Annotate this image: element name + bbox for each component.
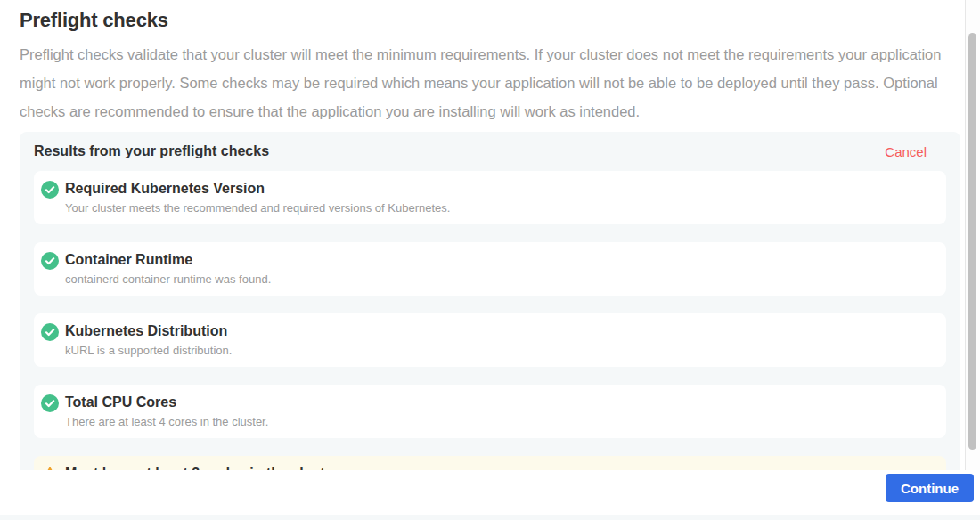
page-title: Preflight checks (20, 9, 965, 32)
scrollbar-thumb[interactable] (968, 33, 976, 450)
check-circle-icon (41, 323, 59, 341)
check-row: Container Runtime containerd container r… (34, 242, 946, 296)
check-description: containerd container runtime was found. (65, 272, 271, 287)
check-row: Required Kubernetes Version Your cluster… (34, 171, 946, 224)
panel-header: Results from your preflight checks Cance… (34, 142, 946, 160)
preflight-results-panel: Results from your preflight checks Cance… (20, 132, 960, 470)
check-description: Your cluster meets the recommended and r… (65, 201, 450, 215)
check-list: Required Kubernetes Version Your cluster… (34, 171, 946, 470)
check-circle-icon (41, 394, 59, 412)
check-row: Kubernetes Distribution kURL is a suppor… (34, 313, 946, 367)
check-title: Total CPU Cores (65, 393, 268, 411)
check-title: Required Kubernetes Version (65, 179, 450, 198)
preflight-scroll-area: Preflight checks Preflight checks valida… (0, 0, 965, 470)
check-title: Container Runtime (65, 250, 271, 269)
check-circle-icon (41, 252, 59, 270)
check-description: There are at least 4 cores in the cluste… (65, 415, 268, 429)
footer-bar: Continue (0, 470, 980, 515)
check-title: Must have at least 3 nodes in the cluste… (65, 464, 339, 470)
check-description: kURL is a supported distribution. (65, 344, 232, 358)
scrollbar-track[interactable] (965, 0, 980, 470)
check-circle-icon (41, 181, 59, 199)
check-row: Total CPU Cores There are at least 4 cor… (34, 385, 946, 438)
panel-title: Results from your preflight checks (34, 143, 269, 159)
check-title: Kubernetes Distribution (65, 321, 232, 340)
page-description: Preflight checks validate that your clus… (20, 40, 944, 126)
bottom-strip (0, 515, 980, 520)
cancel-link[interactable]: Cancel (885, 144, 927, 159)
continue-button[interactable]: Continue (886, 474, 974, 502)
check-row: Must have at least 3 nodes in the cluste… (34, 456, 946, 470)
